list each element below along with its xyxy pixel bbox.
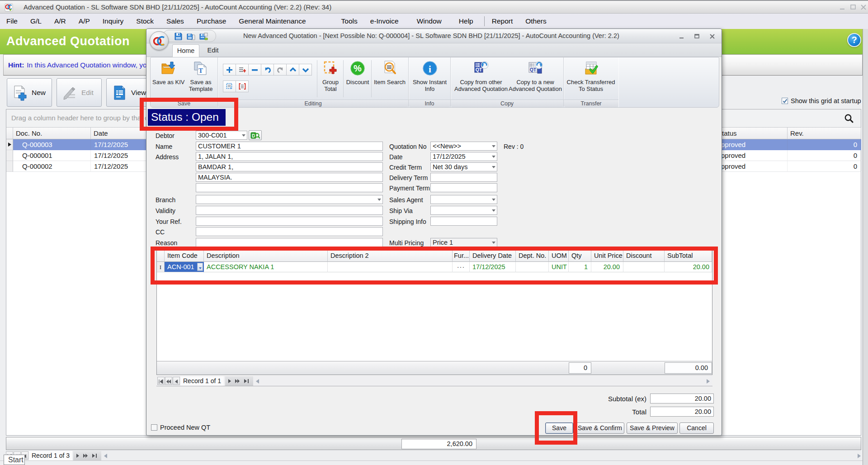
- menu-general-maintenance[interactable]: General Maintenance: [232, 14, 312, 29]
- date-combo[interactable]: 17/12/2025: [430, 152, 497, 161]
- nav-next-group[interactable]: [225, 376, 253, 386]
- quotation-no-combo[interactable]: <<New>>: [430, 142, 497, 151]
- sales-agent-combo[interactable]: [430, 195, 497, 204]
- delivery-term-input[interactable]: [430, 173, 497, 182]
- dialog-maximize-icon[interactable]: [693, 33, 700, 39]
- new-button[interactable]: New: [7, 78, 52, 107]
- browse-cell-rev[interactable]: 0: [788, 139, 861, 150]
- payment-term-input[interactable]: [430, 183, 497, 192]
- main-window-title: Advanced Quotation - SL Software SDN BHD…: [24, 1, 331, 14]
- menu-window[interactable]: Window: [410, 14, 448, 29]
- menu-purchase[interactable]: Purchase: [190, 14, 232, 29]
- cc-input[interactable]: [196, 227, 383, 236]
- checkbox-unchecked-icon: [151, 424, 157, 431]
- menu-others[interactable]: Others: [519, 14, 553, 29]
- browse-col-rev[interactable]: Rev.: [788, 128, 861, 139]
- scroll-right-icon[interactable]: [706, 379, 710, 384]
- menu-report[interactable]: Report: [486, 14, 519, 29]
- browse-cell-doc[interactable]: Q-000003: [13, 139, 91, 150]
- save-new-icon[interactable]: [199, 32, 208, 41]
- reason-input[interactable]: [196, 238, 383, 247]
- cc-label: CC: [156, 228, 165, 236]
- scroll-left-icon[interactable]: [104, 454, 108, 458]
- show-instant-info-button[interactable]: i Show Instant Info: [410, 58, 449, 99]
- redo-icon[interactable]: [274, 64, 287, 76]
- browse-col-doc-no[interactable]: Doc. No.: [13, 128, 91, 139]
- ship-via-combo[interactable]: [430, 206, 497, 215]
- copy-to-button[interactable]: QT Copy to a new Advanced Quotation: [509, 58, 562, 99]
- proceed-new-qt-checkbox[interactable]: Proceed New QT: [151, 424, 210, 431]
- browse-cell-doc[interactable]: Q-000002: [13, 161, 91, 172]
- quick-access-toolbar: [163, 30, 216, 42]
- undo-icon[interactable]: [261, 64, 274, 76]
- debtor-search-button[interactable]: D: [249, 130, 262, 140]
- scroll-right-icon[interactable]: [857, 454, 861, 458]
- discount-button[interactable]: % Discount: [344, 58, 371, 99]
- menu-ar[interactable]: A/R: [48, 14, 72, 29]
- edit-button[interactable]: Edit: [57, 78, 102, 107]
- list-brackets-icon[interactable]: [236, 81, 249, 92]
- check-transferred-button[interactable]: Check Transferred To Status: [566, 58, 615, 99]
- nav-prev-page-icon[interactable]: [165, 377, 172, 385]
- scroll-left-icon[interactable]: [256, 379, 259, 384]
- insert-rows-icon[interactable]: [236, 64, 249, 76]
- help-icon[interactable]: ?: [847, 33, 861, 47]
- menu-gl[interactable]: G/L: [24, 14, 48, 29]
- save-as-kiv-button[interactable]: Save as KIV: [152, 58, 184, 99]
- search-icon[interactable]: [844, 113, 854, 124]
- tab-edit[interactable]: Edit: [199, 44, 226, 57]
- nav-next-group[interactable]: [73, 451, 101, 460]
- debtor-combo[interactable]: 300-C001: [196, 131, 247, 140]
- ship-via-label: Ship Via: [389, 207, 413, 214]
- nav-prev-icon[interactable]: [173, 377, 180, 385]
- close-icon[interactable]: [860, 5, 867, 10]
- autocount-logo[interactable]: [150, 31, 169, 50]
- paste-rows-icon[interactable]: [223, 81, 236, 92]
- multi-pricing-combo[interactable]: Price 1: [430, 238, 497, 247]
- address-input-4[interactable]: [196, 183, 383, 192]
- branch-combo[interactable]: [196, 195, 383, 204]
- move-down-icon[interactable]: [299, 64, 312, 76]
- dialog-minimize-icon[interactable]: [678, 33, 685, 39]
- cancel-button[interactable]: Cancel: [679, 422, 714, 434]
- save-confirm-button[interactable]: Save & Confirm: [576, 422, 624, 434]
- menu-sales[interactable]: Sales: [160, 14, 190, 29]
- menu-stock[interactable]: Stock: [130, 14, 160, 29]
- shipping-info-input[interactable]: [430, 217, 497, 226]
- start-button[interactable]: Start: [4, 455, 25, 465]
- menu-help[interactable]: Help: [453, 14, 480, 29]
- save-icon[interactable]: [174, 32, 183, 41]
- item-search-button[interactable]: Item Search: [372, 58, 407, 99]
- tab-home[interactable]: Home: [172, 44, 199, 57]
- svg-text:D: D: [252, 133, 255, 138]
- address-input-3[interactable]: MALAYSIA.: [196, 173, 383, 182]
- name-input[interactable]: CUSTOMER 1: [196, 142, 383, 151]
- your-ref-input[interactable]: [196, 217, 383, 226]
- nav-first-icon[interactable]: [157, 377, 165, 385]
- save-as-template-button[interactable]: T Save as Template: [185, 58, 217, 99]
- address-input-1[interactable]: 1, JALAN 1,: [196, 152, 383, 161]
- credit-term-combo[interactable]: Net 30 days: [430, 162, 497, 171]
- save-preview-button[interactable]: Save & Preview: [627, 422, 678, 434]
- menu-tools[interactable]: Tools: [335, 14, 364, 29]
- browse-cell-doc[interactable]: Q-000001: [13, 150, 91, 161]
- menu-file[interactable]: File: [0, 14, 24, 29]
- show-grid-checkbox[interactable]: Show this grid at startup: [782, 97, 861, 104]
- address-input-2[interactable]: BAMDAR 1,: [196, 162, 383, 171]
- browse-cell-rev[interactable]: 0: [788, 161, 861, 172]
- delete-row-icon[interactable]: [248, 64, 261, 76]
- move-up-icon[interactable]: [286, 64, 299, 76]
- validity-input[interactable]: [196, 206, 383, 215]
- save-as-icon[interactable]: [187, 32, 195, 41]
- group-total-button[interactable]: Group Total: [318, 58, 343, 99]
- menu-e-invoice[interactable]: e-Invoice: [364, 14, 405, 29]
- maximize-icon[interactable]: [850, 5, 856, 10]
- menu-inquiry[interactable]: Inquiry: [96, 14, 130, 29]
- page-title: Advanced Quotation: [6, 29, 130, 53]
- menu-ap[interactable]: A/P: [72, 14, 96, 29]
- add-row-icon[interactable]: [223, 64, 236, 76]
- browse-cell-rev[interactable]: 0: [788, 150, 861, 161]
- minimize-icon[interactable]: [839, 5, 845, 10]
- copy-from-button[interactable]: QT Copy from other Advanced Quotation: [454, 58, 508, 99]
- dialog-close-icon[interactable]: [709, 33, 716, 39]
